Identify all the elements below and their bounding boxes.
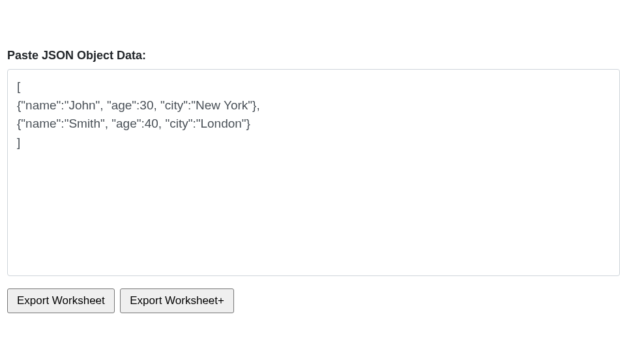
button-row: Export Worksheet Export Worksheet+ [7, 288, 620, 313]
export-worksheet-plus-button[interactable]: Export Worksheet+ [120, 288, 234, 313]
json-input-label: Paste JSON Object Data: [7, 49, 620, 63]
json-input-textarea[interactable] [7, 69, 620, 276]
main-container: Paste JSON Object Data: Export Worksheet… [0, 49, 620, 313]
export-worksheet-button[interactable]: Export Worksheet [7, 288, 115, 313]
